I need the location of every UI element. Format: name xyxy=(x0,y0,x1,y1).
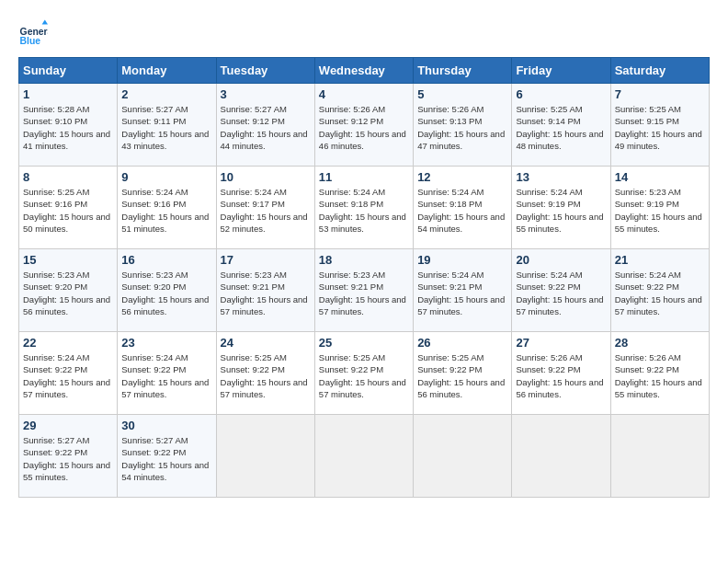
day-number: 23 xyxy=(121,336,211,350)
column-header-sunday: Sunday xyxy=(19,58,118,84)
day-info: Sunrise: 5:24 AMSunset: 9:17 PMDaylight:… xyxy=(221,186,311,235)
day-number: 16 xyxy=(121,253,211,267)
calendar-cell: 3Sunrise: 5:27 AMSunset: 9:12 PMDaylight… xyxy=(216,84,314,167)
day-number: 22 xyxy=(23,336,113,350)
day-info: Sunrise: 5:27 AMSunset: 9:12 PMDaylight:… xyxy=(221,103,311,152)
day-number: 20 xyxy=(516,253,606,267)
day-info: Sunrise: 5:24 AMSunset: 9:18 PMDaylight:… xyxy=(319,186,409,235)
day-info: Sunrise: 5:23 AMSunset: 9:19 PMDaylight:… xyxy=(615,186,705,235)
calendar-cell: 7Sunrise: 5:25 AMSunset: 9:15 PMDaylight… xyxy=(610,84,709,167)
calendar-cell xyxy=(216,415,314,498)
day-info: Sunrise: 5:24 AMSunset: 9:22 PMDaylight:… xyxy=(23,351,113,400)
day-number: 28 xyxy=(615,336,705,350)
day-info: Sunrise: 5:23 AMSunset: 9:21 PMDaylight:… xyxy=(319,269,409,317)
calendar-cell: 28Sunrise: 5:26 AMSunset: 9:22 PMDayligh… xyxy=(610,332,709,415)
calendar-cell: 30Sunrise: 5:27 AMSunset: 9:22 PMDayligh… xyxy=(118,415,216,498)
calendar-cell: 5Sunrise: 5:26 AMSunset: 9:13 PMDaylight… xyxy=(414,84,512,167)
day-info: Sunrise: 5:24 AMSunset: 9:22 PMDaylight:… xyxy=(615,269,705,317)
day-number: 9 xyxy=(121,170,211,184)
day-number: 10 xyxy=(221,170,311,184)
day-info: Sunrise: 5:24 AMSunset: 9:18 PMDaylight:… xyxy=(417,186,507,235)
svg-text:Blue: Blue xyxy=(20,36,41,46)
day-number: 12 xyxy=(417,170,507,184)
day-number: 24 xyxy=(221,336,311,350)
calendar-cell: 21Sunrise: 5:24 AMSunset: 9:22 PMDayligh… xyxy=(610,249,709,332)
day-info: Sunrise: 5:27 AMSunset: 9:22 PMDaylight:… xyxy=(121,434,211,483)
day-number: 26 xyxy=(417,336,507,350)
day-info: Sunrise: 5:24 AMSunset: 9:19 PMDaylight:… xyxy=(516,186,606,235)
day-info: Sunrise: 5:24 AMSunset: 9:22 PMDaylight:… xyxy=(516,269,606,317)
day-info: Sunrise: 5:23 AMSunset: 9:21 PMDaylight:… xyxy=(221,269,311,317)
calendar-cell: 2Sunrise: 5:27 AMSunset: 9:11 PMDaylight… xyxy=(118,84,216,167)
day-number: 11 xyxy=(319,170,409,184)
day-info: Sunrise: 5:25 AMSunset: 9:22 PMDaylight:… xyxy=(221,351,311,400)
calendar-cell xyxy=(414,415,512,498)
calendar-header-row: SundayMondayTuesdayWednesdayThursdayFrid… xyxy=(19,58,710,84)
svg-text:General: General xyxy=(20,27,48,37)
calendar-cell: 29Sunrise: 5:27 AMSunset: 9:22 PMDayligh… xyxy=(19,415,118,498)
calendar-cell xyxy=(610,415,709,498)
calendar-cell: 6Sunrise: 5:25 AMSunset: 9:14 PMDaylight… xyxy=(512,84,610,167)
calendar-cell: 4Sunrise: 5:26 AMSunset: 9:12 PMDaylight… xyxy=(314,84,413,167)
calendar-cell xyxy=(512,415,610,498)
calendar-cell: 9Sunrise: 5:24 AMSunset: 9:16 PMDaylight… xyxy=(118,167,216,249)
day-info: Sunrise: 5:25 AMSunset: 9:16 PMDaylight:… xyxy=(23,186,113,235)
day-info: Sunrise: 5:24 AMSunset: 9:21 PMDaylight:… xyxy=(417,269,507,317)
calendar-cell: 13Sunrise: 5:24 AMSunset: 9:19 PMDayligh… xyxy=(512,167,610,249)
column-header-friday: Friday xyxy=(512,58,610,84)
column-header-thursday: Thursday xyxy=(414,58,512,84)
day-info: Sunrise: 5:24 AMSunset: 9:16 PMDaylight:… xyxy=(121,186,211,235)
day-info: Sunrise: 5:27 AMSunset: 9:22 PMDaylight:… xyxy=(23,434,113,483)
calendar-cell: 23Sunrise: 5:24 AMSunset: 9:22 PMDayligh… xyxy=(118,332,216,415)
day-number: 21 xyxy=(615,253,705,267)
day-number: 14 xyxy=(615,170,705,184)
day-number: 19 xyxy=(417,253,507,267)
day-number: 7 xyxy=(615,87,705,101)
day-info: Sunrise: 5:25 AMSunset: 9:14 PMDaylight:… xyxy=(516,103,606,152)
calendar-cell: 11Sunrise: 5:24 AMSunset: 9:18 PMDayligh… xyxy=(314,167,413,249)
day-number: 30 xyxy=(121,419,211,432)
calendar-week-row: 15Sunrise: 5:23 AMSunset: 9:20 PMDayligh… xyxy=(19,249,710,332)
day-info: Sunrise: 5:27 AMSunset: 9:11 PMDaylight:… xyxy=(121,103,211,152)
calendar-cell: 26Sunrise: 5:25 AMSunset: 9:22 PMDayligh… xyxy=(414,332,512,415)
day-info: Sunrise: 5:25 AMSunset: 9:15 PMDaylight:… xyxy=(615,103,705,152)
column-header-tuesday: Tuesday xyxy=(216,58,314,84)
calendar-cell: 1Sunrise: 5:28 AMSunset: 9:10 PMDaylight… xyxy=(19,84,118,167)
calendar-table: SundayMondayTuesdayWednesdayThursdayFrid… xyxy=(18,57,710,498)
calendar-week-row: 1Sunrise: 5:28 AMSunset: 9:10 PMDaylight… xyxy=(19,84,710,167)
day-number: 5 xyxy=(417,87,507,101)
svg-marker-2 xyxy=(42,20,48,25)
day-number: 17 xyxy=(221,253,311,267)
day-number: 25 xyxy=(319,336,409,350)
day-info: Sunrise: 5:26 AMSunset: 9:22 PMDaylight:… xyxy=(615,351,705,400)
calendar-week-row: 8Sunrise: 5:25 AMSunset: 9:16 PMDaylight… xyxy=(19,167,710,249)
day-number: 18 xyxy=(319,253,409,267)
day-info: Sunrise: 5:26 AMSunset: 9:22 PMDaylight:… xyxy=(516,351,606,400)
calendar-week-row: 29Sunrise: 5:27 AMSunset: 9:22 PMDayligh… xyxy=(19,415,710,498)
calendar-cell: 16Sunrise: 5:23 AMSunset: 9:20 PMDayligh… xyxy=(118,249,216,332)
calendar-cell: 24Sunrise: 5:25 AMSunset: 9:22 PMDayligh… xyxy=(216,332,314,415)
day-info: Sunrise: 5:24 AMSunset: 9:22 PMDaylight:… xyxy=(121,351,211,400)
logo: General Blue xyxy=(18,18,48,48)
calendar-cell: 19Sunrise: 5:24 AMSunset: 9:21 PMDayligh… xyxy=(414,249,512,332)
calendar-cell: 12Sunrise: 5:24 AMSunset: 9:18 PMDayligh… xyxy=(414,167,512,249)
day-number: 29 xyxy=(23,419,113,432)
calendar-cell: 17Sunrise: 5:23 AMSunset: 9:21 PMDayligh… xyxy=(216,249,314,332)
day-number: 27 xyxy=(516,336,606,350)
calendar-cell: 22Sunrise: 5:24 AMSunset: 9:22 PMDayligh… xyxy=(19,332,118,415)
day-number: 1 xyxy=(23,87,113,101)
calendar-week-row: 22Sunrise: 5:24 AMSunset: 9:22 PMDayligh… xyxy=(19,332,710,415)
column-header-saturday: Saturday xyxy=(610,58,709,84)
logo-icon: General Blue xyxy=(18,18,48,48)
calendar-cell: 18Sunrise: 5:23 AMSunset: 9:21 PMDayligh… xyxy=(314,249,413,332)
column-header-monday: Monday xyxy=(118,58,216,84)
day-number: 3 xyxy=(221,87,311,101)
calendar-cell xyxy=(314,415,413,498)
day-info: Sunrise: 5:26 AMSunset: 9:12 PMDaylight:… xyxy=(319,103,409,152)
day-number: 4 xyxy=(319,87,409,101)
calendar-cell: 14Sunrise: 5:23 AMSunset: 9:19 PMDayligh… xyxy=(610,167,709,249)
day-info: Sunrise: 5:25 AMSunset: 9:22 PMDaylight:… xyxy=(319,351,409,400)
calendar-cell: 8Sunrise: 5:25 AMSunset: 9:16 PMDaylight… xyxy=(19,167,118,249)
calendar-cell: 27Sunrise: 5:26 AMSunset: 9:22 PMDayligh… xyxy=(512,332,610,415)
day-info: Sunrise: 5:23 AMSunset: 9:20 PMDaylight:… xyxy=(121,269,211,317)
